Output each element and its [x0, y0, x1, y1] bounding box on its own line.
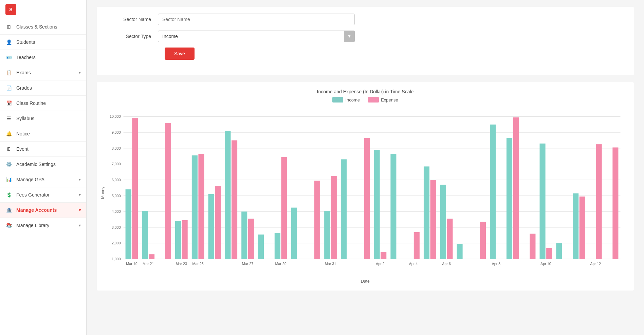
- svg-text:6,000: 6,000: [112, 178, 121, 182]
- exams-icon: 📋: [5, 69, 12, 76]
- bar-chart: 1,0002,0003,0004,0005,0006,0007,0008,000…: [104, 108, 627, 278]
- svg-rect-46: [381, 252, 386, 259]
- y-axis-label: Money: [100, 187, 105, 199]
- svg-rect-60: [546, 248, 552, 259]
- sidebar: S ⊞ Classes & Sections 👤 Students 🪪 Teac…: [0, 0, 87, 335]
- sidebar-item-class-routine[interactable]: 📅 Class Routine: [0, 96, 86, 111]
- chevron-icon: ▾: [79, 70, 81, 75]
- sidebar-item-event[interactable]: 🗓 Event: [0, 142, 86, 157]
- sidebar-item-manage-library[interactable]: 📚 Manage Library ▾: [0, 218, 86, 233]
- sidebar-item-students[interactable]: 👤 Students: [0, 35, 86, 50]
- manage-library-icon: 📚: [5, 222, 12, 229]
- svg-rect-45: [374, 150, 380, 259]
- sector-name-row: Sector Name: [107, 14, 624, 25]
- svg-text:Mar 31: Mar 31: [325, 262, 336, 266]
- sector-type-select[interactable]: IncomeExpense: [158, 31, 355, 42]
- svg-rect-54: [480, 222, 486, 259]
- svg-rect-29: [198, 154, 204, 259]
- sidebar-item-label: Manage Accounts: [16, 207, 57, 213]
- svg-text:5,000: 5,000: [112, 194, 121, 198]
- svg-text:Mar 25: Mar 25: [192, 262, 203, 266]
- svg-rect-40: [314, 181, 320, 259]
- svg-rect-33: [232, 140, 237, 259]
- sidebar-item-classes-sections[interactable]: ⊞ Classes & Sections: [0, 19, 86, 35]
- form-section: Sector Name Sector Type IncomeExpense ▼ …: [97, 7, 634, 75]
- income-color-swatch: [332, 97, 343, 103]
- svg-text:Apr 12: Apr 12: [590, 262, 601, 266]
- legend-expense: Expense: [368, 97, 398, 103]
- grades-icon: 📄: [5, 85, 12, 91]
- sidebar-item-label: Exams: [16, 70, 31, 75]
- save-row: Save: [107, 48, 624, 60]
- chevron-icon: ▾: [79, 177, 81, 182]
- sidebar-item-teachers[interactable]: 🪪 Teachers: [0, 50, 86, 65]
- sidebar-item-label: Grades: [16, 85, 32, 91]
- sector-name-label: Sector Name: [107, 17, 158, 22]
- chart-legend: Income Expense: [104, 97, 627, 103]
- sidebar-item-label: Manage Library: [16, 223, 49, 228]
- sector-type-wrapper: IncomeExpense ▼: [158, 31, 355, 42]
- chevron-icon: ▾: [79, 208, 81, 212]
- sidebar-item-notice[interactable]: 🔔 Notice: [0, 126, 86, 142]
- save-button[interactable]: Save: [165, 48, 195, 60]
- svg-rect-59: [540, 144, 546, 259]
- svg-rect-22: [132, 118, 138, 259]
- fees-generator-icon: 💲: [5, 191, 12, 198]
- sidebar-item-label: Event: [16, 146, 29, 152]
- svg-rect-41: [324, 211, 330, 259]
- svg-rect-35: [248, 219, 254, 259]
- svg-text:Apr 4: Apr 4: [409, 262, 418, 266]
- sidebar-item-academic-settings[interactable]: ⚙️ Academic Settings: [0, 157, 86, 172]
- svg-text:10,000: 10,000: [110, 114, 121, 118]
- svg-text:Apr 10: Apr 10: [540, 262, 551, 266]
- sector-name-input[interactable]: [158, 14, 355, 25]
- svg-text:1,000: 1,000: [112, 257, 121, 261]
- sidebar-item-syllabus[interactable]: ☰ Syllabus: [0, 111, 86, 126]
- svg-rect-24: [149, 254, 154, 259]
- notice-icon: 🔔: [5, 130, 12, 137]
- svg-rect-37: [275, 233, 280, 259]
- chart-section: Income and Expense (In Dollar) in Time S…: [97, 82, 634, 291]
- svg-rect-34: [241, 211, 247, 259]
- svg-rect-55: [490, 125, 496, 259]
- sector-type-label: Sector Type: [107, 34, 158, 39]
- sidebar-item-fees-generator[interactable]: 💲 Fees Generator ▾: [0, 187, 86, 203]
- sidebar-item-label: Academic Settings: [16, 162, 56, 167]
- academic-settings-icon: ⚙️: [5, 161, 12, 168]
- sidebar-item-manage-gpa[interactable]: 📊 Manage GPA ▾: [0, 172, 86, 187]
- sidebar-item-manage-accounts[interactable]: 🏦 Manage Accounts ▾: [0, 203, 86, 218]
- expense-color-swatch: [368, 97, 379, 103]
- svg-rect-26: [175, 221, 181, 259]
- manage-accounts-icon: 🏦: [5, 207, 12, 213]
- svg-rect-44: [364, 138, 370, 259]
- svg-rect-31: [215, 186, 221, 259]
- svg-rect-23: [142, 211, 148, 259]
- svg-rect-39: [291, 208, 297, 259]
- sidebar-item-label: Class Routine: [16, 100, 46, 106]
- teachers-icon: 🪪: [5, 54, 12, 61]
- svg-text:Mar 27: Mar 27: [242, 262, 253, 266]
- sidebar-logo: S: [0, 0, 86, 19]
- svg-text:Mar 29: Mar 29: [275, 262, 286, 266]
- sidebar-item-grades[interactable]: 📄 Grades: [0, 80, 86, 96]
- svg-text:Apr 6: Apr 6: [442, 262, 451, 266]
- svg-text:3,000: 3,000: [112, 225, 121, 229]
- manage-gpa-icon: 📊: [5, 176, 12, 183]
- chevron-icon: ▾: [79, 192, 81, 197]
- sidebar-item-exams[interactable]: 📋 Exams ▾: [0, 65, 86, 80]
- income-legend-label: Income: [345, 97, 360, 103]
- svg-rect-61: [556, 243, 562, 259]
- sidebar-item-label: Syllabus: [16, 116, 34, 121]
- class-routine-icon: 📅: [5, 100, 12, 107]
- sidebar-item-label: Notice: [16, 131, 30, 136]
- svg-text:8,000: 8,000: [112, 146, 121, 150]
- sidebar-item-label: Manage GPA: [16, 177, 44, 182]
- sidebar-item-label: Fees Generator: [16, 192, 50, 198]
- svg-text:Apr 8: Apr 8: [492, 262, 501, 266]
- classes-sections-icon: ⊞: [5, 23, 12, 30]
- svg-rect-48: [414, 232, 420, 259]
- chart-container: Money 1,0002,0003,0004,0005,0006,0007,00…: [104, 108, 627, 278]
- chevron-icon: ▾: [79, 223, 81, 228]
- svg-rect-47: [390, 154, 396, 259]
- event-icon: 🗓: [5, 146, 12, 152]
